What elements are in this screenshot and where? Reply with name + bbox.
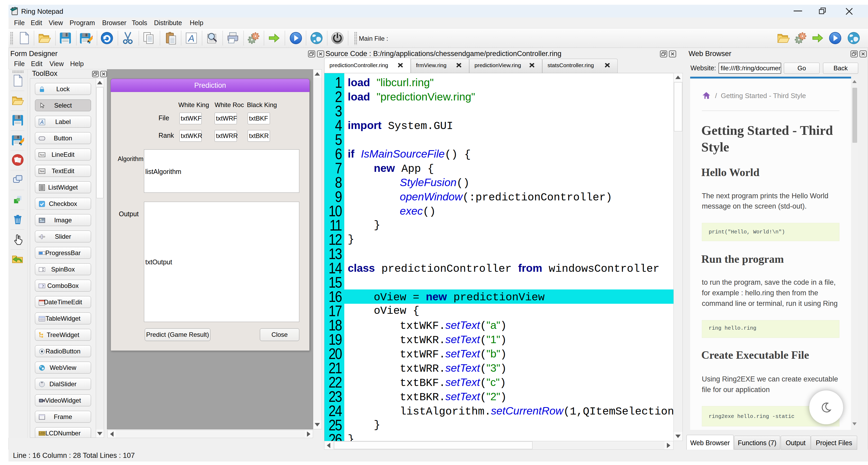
svg-text:A: A xyxy=(188,33,194,44)
